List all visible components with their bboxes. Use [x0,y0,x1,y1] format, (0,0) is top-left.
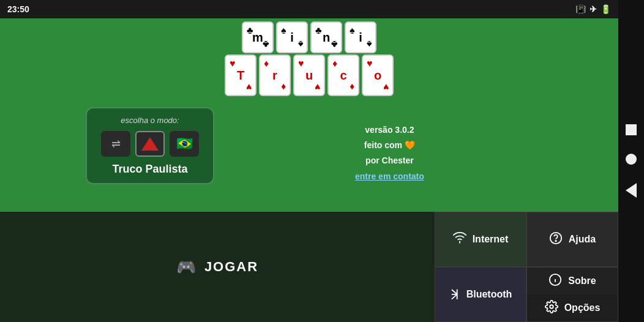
time-display: 23:50 [7,4,29,14]
mode-selector: escolha o modo: ⇌ 🇧🇷 Truco Paulista [86,107,214,184]
jogar-icon: 🎮 [176,258,197,277]
logo-card-i2: ♠ i ♠ [345,21,376,53]
logo-mini-row: ♣ m ♣ ♠ i ♠ ♣ n ♣ ♠ i ♠ [242,21,376,53]
jogar-label: JOGAR [204,259,258,275]
triangle-icon [141,137,159,151]
mode-buttons: ⇌ 🇧🇷 [97,131,203,157]
status-icons: 📳 ✈ 🔋 [575,4,611,14]
logo-area: ♣ m ♣ ♠ i ♠ ♣ n ♣ ♠ i ♠ ♥ [225,21,394,96]
ajuda-button[interactable]: Ajuda [526,212,618,267]
version-info: versão 3.0.2 feito com 🧡 por Chester ent… [355,122,424,184]
status-bar: 23:50 📳 ✈ 🔋 [0,0,618,18]
opcoes-sobre-area: Sobre Opções [526,267,618,322]
logo-card-o: ♥ o ♥ [362,54,394,96]
logo-truco-row: ♥ T ♥ ♦ r ♦ ♥ u ♥ ♦ c ♦ ♥ o ♥ [225,54,394,96]
sobre-button[interactable]: Sobre [527,268,618,294]
opcoes-icon [545,300,558,316]
internet-label: Internet [473,234,509,245]
opcoes-button[interactable]: Opções [527,294,618,321]
internet-icon [453,231,466,248]
logo-card-T: ♥ T ♥ [225,54,256,96]
internet-button[interactable]: Internet [435,212,526,267]
sobre-label: Sobre [568,275,596,286]
logo-card-r: ♦ r ♦ [259,54,291,96]
battery-icon: 🔋 [601,4,611,14]
brazil-icon: 🇧🇷 [176,136,193,152]
svg-point-6 [550,305,553,309]
right-top-row: Internet Ajuda [435,212,618,267]
author-text: por Chester [355,153,424,168]
right-buttons: Internet Ajuda [435,212,618,322]
main-screen: 23:50 📳 ✈ 🔋 ♣ m ♣ ♠ i ♠ ♣ n ♣ [0,0,618,322]
logo-card-m: ♣ m ♣ [242,21,274,53]
vibrate-icon: 📳 [575,4,586,14]
mode-btn-brazil[interactable]: 🇧🇷 [170,131,199,157]
mode-btn-network[interactable]: ⇌ [101,131,130,157]
airplane-icon: ✈ [590,4,597,14]
ajuda-icon [549,231,563,248]
version-text: versão 3.0.2 [355,122,424,138]
mode-label: escolha o modo: [97,116,203,125]
sobre-icon [549,273,562,290]
logo-card-u: ♥ u ♥ [293,54,325,96]
bluetooth-label: Bluetooth [466,289,512,300]
nav-square-button[interactable] [626,124,637,135]
bluetooth-button[interactable]: Bluetooth [435,267,526,322]
made-with-text: feito com 🧡 [355,138,424,153]
logo-card-c: ♦ c ♦ [328,54,359,96]
ajuda-label: Ajuda [569,234,596,245]
svg-point-2 [555,240,556,241]
logo-card-n: ♣ n ♣ [310,21,342,53]
logo-card-i1: ♠ i ♠ [276,21,308,53]
jogar-button[interactable]: 🎮 JOGAR [176,258,258,277]
bottom-section: 🎮 JOGAR Internet [0,212,618,322]
right-bottom-row: Bluetooth Sobre [435,267,618,322]
mode-title: Truco Paulista [97,163,203,176]
bluetooth-icon [449,286,460,303]
side-navigation [618,0,644,322]
svg-point-0 [459,242,460,243]
contact-link[interactable]: entre em contato [355,171,424,181]
nav-back-button[interactable] [626,183,637,198]
mode-btn-triangle[interactable] [135,131,165,157]
jogar-area[interactable]: 🎮 JOGAR [0,212,435,322]
nav-dot-active[interactable] [626,154,637,165]
network-icon: ⇌ [111,137,121,151]
opcoes-label: Opções [564,302,601,313]
